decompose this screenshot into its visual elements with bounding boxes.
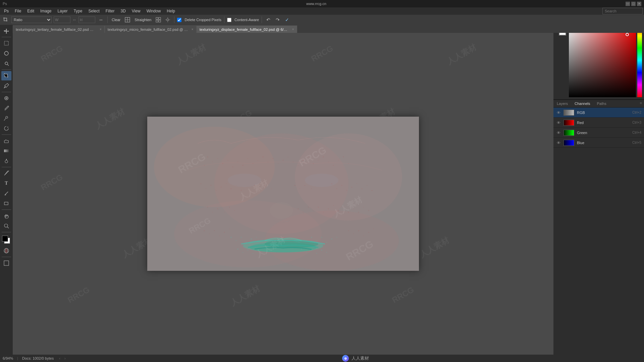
crop-height-input[interactable] xyxy=(78,16,95,23)
tabs-bar: texturingxyz_tertiary_female_fullface_02… xyxy=(13,25,644,33)
rgb-visibility-icon[interactable]: 👁 xyxy=(556,111,561,115)
foreground-color-swatch[interactable] xyxy=(2,236,8,242)
quickselect-tool-button[interactable] xyxy=(1,59,11,68)
crop-width-input[interactable] xyxy=(54,16,70,23)
channel-rgb[interactable]: 👁 RGB Ctrl+2 xyxy=(553,108,644,118)
svg-point-120 xyxy=(229,229,230,229)
svg-point-41 xyxy=(217,158,218,159)
commit-crop-icon[interactable]: ✓ xyxy=(283,16,291,23)
gradient-tool-button[interactable] xyxy=(1,146,11,156)
menu-view[interactable]: View xyxy=(129,8,143,14)
clear-button[interactable]: Clear xyxy=(110,17,122,22)
svg-point-137 xyxy=(331,239,332,240)
tab-2[interactable]: texturingxyz_micro_female_fullface_02.ps… xyxy=(105,25,197,33)
settings-icon[interactable] xyxy=(164,16,171,23)
shape-tool-button[interactable] xyxy=(1,199,11,208)
menu-type[interactable]: Type xyxy=(71,8,85,14)
channel-blue[interactable]: 👁 Blue Ctrl+5 xyxy=(553,138,644,148)
menu-help[interactable]: Help xyxy=(164,8,178,14)
history-brush-button[interactable] xyxy=(1,124,11,133)
quick-mask-button[interactable] xyxy=(2,247,11,255)
green-visibility-icon[interactable]: 👁 xyxy=(556,131,561,135)
menu-edit[interactable]: Edit xyxy=(24,8,37,14)
grid-icon[interactable] xyxy=(155,16,162,23)
screen-mode-button[interactable] xyxy=(1,258,11,268)
canvas-area: RRCG 人人素材 RRCG 人人素材 人人素材 RRCG 人人素材 RRCG … xyxy=(13,33,553,355)
tab-1-close[interactable]: × xyxy=(100,27,102,31)
channels-list: 👁 RGB Ctrl+2 👁 Red Ctrl+3 👁 Green xyxy=(553,108,644,355)
menu-3d[interactable]: 3D xyxy=(118,8,128,14)
tab-2-close[interactable]: × xyxy=(192,27,194,31)
svg-point-93 xyxy=(372,190,373,191)
channels-panel-menu[interactable]: ≡ xyxy=(638,100,644,107)
minimize-button[interactable]: — xyxy=(626,2,630,6)
opt-separator-2 xyxy=(174,16,174,23)
svg-point-55 xyxy=(288,157,288,157)
dodge-tool-button[interactable] xyxy=(1,156,11,166)
svg-point-96 xyxy=(217,208,218,209)
document-canvas[interactable]: RRCG 人人素材 RRCG 人人素材 RRCG 人人素材 RRCG xyxy=(147,117,419,271)
nav-prev-icon[interactable]: ‹ xyxy=(59,356,60,360)
crop-tool-button[interactable] xyxy=(1,71,11,80)
blue-visibility-icon[interactable]: 👁 xyxy=(556,141,561,145)
menu-file[interactable]: File xyxy=(12,8,24,14)
svg-point-118 xyxy=(219,235,220,236)
channel-green[interactable]: 👁 Green Ctrl+4 xyxy=(553,128,644,138)
text-tool-button[interactable]: T xyxy=(1,179,11,188)
tab-3-label: texturingxyz_displace_female_fullface_02… xyxy=(200,27,289,32)
channels-tab[interactable]: Channels xyxy=(571,100,593,107)
pen-tool-button[interactable] xyxy=(1,169,11,178)
svg-point-135 xyxy=(321,237,322,238)
lasso-tool-button[interactable] xyxy=(1,49,11,58)
svg-point-101 xyxy=(303,212,304,213)
hue-slider[interactable] xyxy=(637,23,642,97)
crop-tool-icon[interactable] xyxy=(2,16,9,23)
eyedropper-tool-button[interactable] xyxy=(1,81,11,90)
svg-rect-16 xyxy=(4,149,9,152)
ps-logo: Ps xyxy=(3,2,7,6)
straighten-button[interactable]: Straighten xyxy=(133,17,153,22)
svg-point-9 xyxy=(5,62,8,65)
menu-filter[interactable]: Filter xyxy=(103,8,117,14)
menu-image[interactable]: Image xyxy=(38,8,54,14)
eraser-tool-button[interactable] xyxy=(1,136,11,145)
redo-crop-icon[interactable]: ↷ xyxy=(274,16,281,23)
zoom-tool-button[interactable] xyxy=(1,221,11,231)
paths-tab[interactable]: Paths xyxy=(594,100,610,107)
red-visibility-icon[interactable]: 👁 xyxy=(556,121,561,125)
menu-ps[interactable]: Ps xyxy=(1,8,11,14)
channel-red[interactable]: 👁 Red Ctrl+3 xyxy=(553,118,644,128)
heal-tool-button[interactable] xyxy=(1,94,11,103)
main-spectrum[interactable] xyxy=(569,23,636,97)
search-input[interactable] xyxy=(602,8,643,14)
svg-point-132 xyxy=(256,237,257,238)
canvas-svg: RRCG 人人素材 RRCG 人人素材 RRCG 人人素材 RRCG xyxy=(147,117,419,271)
maximize-button[interactable]: □ xyxy=(631,2,636,6)
svg-point-63 xyxy=(328,162,329,162)
marquee-tool-button[interactable] xyxy=(1,39,11,48)
svg-point-45 xyxy=(237,162,238,162)
menu-layer[interactable]: Layer xyxy=(55,8,70,14)
overlay-icon[interactable] xyxy=(124,16,131,23)
svg-rect-4 xyxy=(159,17,161,19)
delete-cropped-checkbox[interactable] xyxy=(177,18,181,22)
hand-tool-button[interactable] xyxy=(1,211,11,221)
menu-select[interactable]: Select xyxy=(86,8,102,14)
svg-point-85 xyxy=(331,183,332,184)
crop-mode-select[interactable]: Ratio W x H x Resolution Original Ratio … xyxy=(11,16,52,23)
path-select-button[interactable] xyxy=(1,189,11,198)
content-aware-checkbox[interactable] xyxy=(227,18,231,22)
move-tool-button[interactable] xyxy=(1,26,11,36)
nav-next-icon[interactable]: › xyxy=(64,356,66,360)
close-button[interactable]: ✕ xyxy=(637,2,641,6)
layers-tab[interactable]: Layers xyxy=(553,100,571,107)
menu-window[interactable]: Window xyxy=(144,8,164,14)
tab-3-close[interactable]: × xyxy=(292,27,294,31)
tab-3[interactable]: texturingxyz_displace_female_fullface_02… xyxy=(197,25,297,33)
svg-point-38 xyxy=(207,157,208,158)
tab-1[interactable]: texturingxyz_tertiary_female_fullface_02… xyxy=(13,25,105,33)
swap-dimensions-icon[interactable]: ↔ xyxy=(97,16,105,23)
reset-crop-icon[interactable]: ↶ xyxy=(265,16,272,23)
clone-tool-button[interactable] xyxy=(1,114,11,123)
brush-tool-button[interactable] xyxy=(1,104,11,113)
